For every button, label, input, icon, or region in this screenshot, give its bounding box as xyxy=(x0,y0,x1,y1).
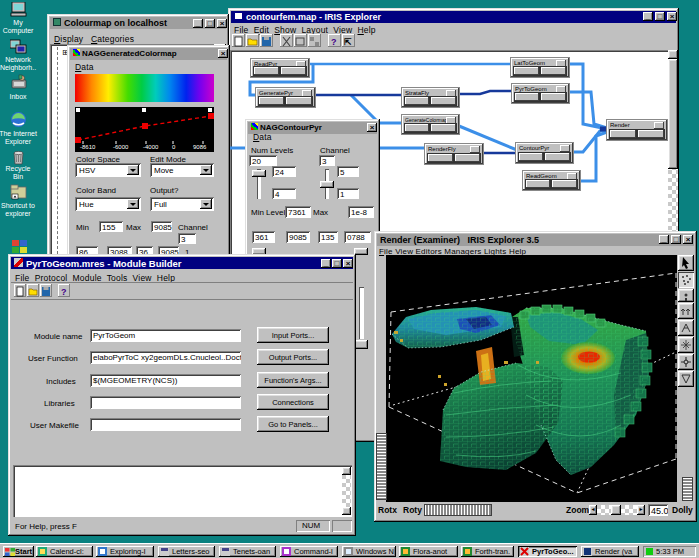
svg-text:-8610: -8610 xyxy=(80,144,96,150)
svg-text:0: 0 xyxy=(172,144,176,150)
svg-text:9086: 9086 xyxy=(193,144,207,150)
svg-text:?: ? xyxy=(61,287,67,297)
svg-text:?: ? xyxy=(331,37,337,47)
svg-text:⇱: ⇱ xyxy=(344,37,352,47)
svg-text:-4000: -4000 xyxy=(143,144,159,150)
svg-text:-6000: -6000 xyxy=(113,144,129,150)
